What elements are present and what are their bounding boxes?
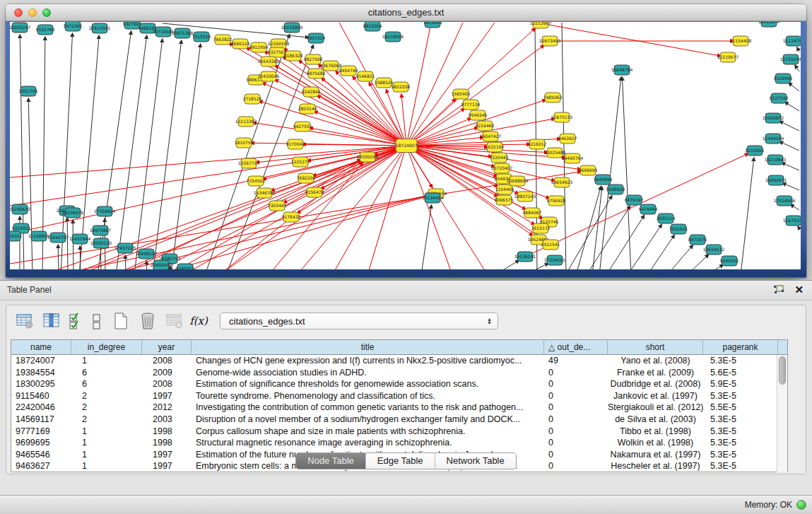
network-node[interactable]: 1640954	[594, 175, 613, 185]
network-node[interactable]: 8186328	[284, 51, 303, 61]
tab-edge-table[interactable]: Edge Table	[366, 453, 435, 469]
network-node[interactable]: 2051705	[19, 86, 38, 96]
network-canvas[interactable]: 1005525791527605572302205170419327607646…	[10, 22, 801, 269]
network-node[interactable]: 16958107	[136, 249, 158, 259]
network-node[interactable]: 1615172	[531, 223, 551, 233]
create-new-attribute-icon[interactable]	[110, 310, 132, 332]
network-node[interactable]: 9245012	[176, 264, 195, 269]
network-node[interactable]: 8096575	[495, 195, 514, 205]
select-all-icon[interactable]	[67, 310, 84, 332]
network-node[interactable]: 13367717	[238, 158, 260, 168]
network-node[interactable]: 12444194	[763, 134, 784, 144]
table-row[interactable]: 977716911998Corpus callosum shape and si…	[11, 426, 787, 438]
network-node[interactable]: 7515520	[192, 32, 211, 42]
network-node[interactable]: 1588520	[375, 78, 394, 88]
unselect-all-icon[interactable]	[88, 310, 105, 332]
network-node[interactable]: 9129946	[774, 74, 793, 83]
network-node[interactable]: 18724007	[396, 139, 418, 153]
network-node[interactable]: 12975115	[551, 112, 573, 122]
show-columns-icon[interactable]	[40, 310, 63, 332]
network-node[interactable]: 13654112	[703, 245, 725, 255]
network-node[interactable]: 9427552	[293, 122, 312, 132]
network-node[interactable]: 20517041	[89, 23, 111, 33]
network-node[interactable]: 7254502	[247, 176, 266, 186]
network-node[interactable]: 7663822	[213, 35, 233, 45]
network-node[interactable]: 15751074	[780, 54, 801, 64]
network-node[interactable]: 5938928	[606, 185, 625, 194]
network-node[interactable]: 16210643	[765, 155, 787, 165]
network-node[interactable]: 6216012	[528, 139, 547, 149]
network-node[interactable]: 12093872	[763, 113, 784, 123]
network-node[interactable]: 16871368	[172, 28, 194, 38]
network-node[interactable]: 17334261	[544, 255, 566, 265]
network-node[interactable]: 13505115	[90, 238, 112, 248]
network-node[interactable]: 17957225	[114, 243, 136, 253]
network-node[interactable]: 8216460	[476, 121, 495, 131]
network-node[interactable]: 9474444	[639, 204, 658, 214]
tab-node-table[interactable]: Node Table	[296, 453, 366, 469]
network-node[interactable]: 9756928	[547, 196, 566, 206]
table-row[interactable]: 1938455462009Genome-wide association stu…	[11, 367, 787, 379]
network-node[interactable]: 15720407	[491, 163, 513, 173]
network-node[interactable]: 10688609	[507, 176, 529, 186]
network-node[interactable]: 12213967	[530, 22, 552, 28]
network-node[interactable]: 7303447	[268, 201, 287, 211]
network-node[interactable]: 9176432	[282, 212, 301, 222]
network-node[interactable]: 9875685	[307, 69, 326, 78]
network-node[interactable]: 8813054	[363, 22, 382, 31]
network-node[interactable]: 1813054	[423, 22, 442, 28]
network-node[interactable]: 12219577	[717, 52, 739, 62]
network-node[interactable]: 9699695	[579, 165, 598, 175]
network-node[interactable]: 9822038	[392, 82, 411, 92]
network-node[interactable]: 12213383	[235, 117, 257, 127]
network-node[interactable]: 15692971	[765, 175, 787, 185]
network-node[interactable]: 16648784	[611, 65, 633, 75]
network-node[interactable]: 11675335	[783, 216, 801, 226]
network-node[interactable]: 8215955	[746, 146, 765, 156]
network-node[interactable]: 14136141	[514, 252, 536, 262]
network-node[interactable]: 7632621	[669, 224, 688, 234]
table-row[interactable]: 1830029562008Estimation of significance …	[11, 378, 787, 390]
network-node[interactable]: 7485063	[543, 93, 563, 103]
network-node[interactable]: 9156478	[305, 187, 324, 197]
network-node[interactable]: 8777134	[461, 100, 481, 110]
network-node[interactable]: 2522541	[541, 240, 560, 250]
network-node[interactable]: 1632160	[486, 142, 505, 152]
network-node[interactable]: 9152760	[36, 25, 55, 35]
network-node[interactable]: 2803144	[298, 104, 317, 114]
network-node[interactable]: 25269650	[10, 204, 30, 214]
network-node[interactable]: 9684067	[523, 208, 542, 218]
network-node[interactable]: 1225271	[291, 157, 310, 167]
network-node[interactable]: 9546546	[469, 110, 488, 120]
table-row[interactable]: 1872400712008Changes of HCN gene express…	[11, 355, 787, 367]
network-node[interactable]: 20493452	[151, 260, 172, 269]
column-header-out_de[interactable]: △ out_de...	[544, 340, 608, 354]
scrollbar-thumb[interactable]	[779, 356, 786, 385]
network-node[interactable]: 18300295	[357, 152, 379, 162]
network-node[interactable]: 10055257	[10, 23, 30, 33]
network-node[interactable]: 16543382	[258, 57, 280, 66]
column-header-year[interactable]: year	[142, 340, 192, 354]
table-row[interactable]: 969969511998Structural magnetic resonanc…	[11, 437, 787, 449]
column-header-name[interactable]: name	[11, 340, 71, 354]
column-header-title[interactable]: title	[192, 340, 544, 354]
network-node[interactable]: 1810755	[235, 138, 254, 148]
network-node[interactable]: 7692204	[297, 173, 316, 183]
network-node[interactable]: 9463627	[558, 134, 577, 144]
network-node[interactable]: 16033809	[281, 23, 303, 33]
network-node[interactable]: 20206576	[62, 208, 84, 218]
network-node[interactable]: 17359924	[94, 206, 116, 216]
network-node[interactable]: 9245652	[720, 256, 739, 266]
network-node[interactable]: 2718126	[243, 94, 262, 104]
network-node[interactable]: 3919311	[10, 231, 23, 241]
network-node[interactable]: 5572302	[64, 22, 83, 31]
network-node[interactable]: 8912954	[249, 42, 269, 52]
network-node[interactable]: 2935114	[657, 214, 676, 223]
network-node[interactable]: 19218506	[382, 32, 404, 42]
network-node[interactable]: 9242843	[302, 87, 321, 97]
network-node[interactable]: 6879197	[625, 195, 644, 205]
network-node[interactable]: 9227343	[770, 93, 789, 103]
float-window-icon[interactable]	[773, 285, 784, 295]
column-header-in_degree[interactable]: in_degree	[71, 340, 142, 354]
function-builder-icon[interactable]: f(x)	[190, 310, 207, 332]
